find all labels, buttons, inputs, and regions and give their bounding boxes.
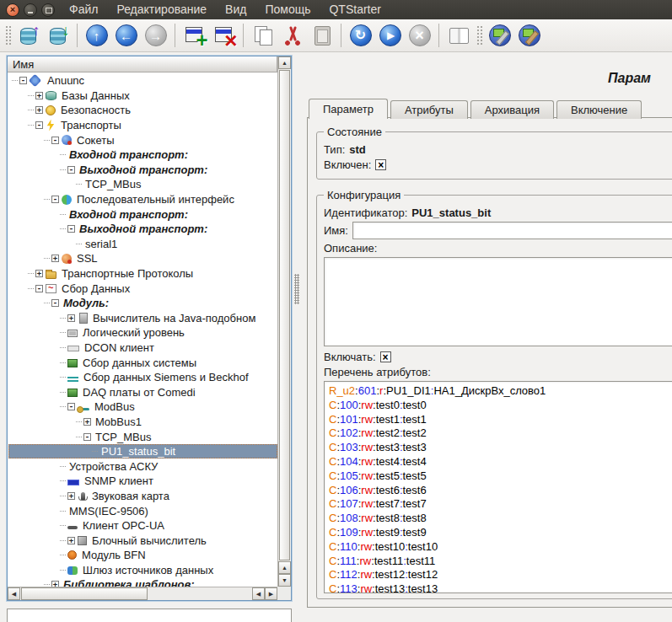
tree-item[interactable]: Входной транспорт: [8, 147, 277, 163]
scroll-right-icon[interactable] [265, 587, 277, 600]
splitter[interactable] [294, 274, 299, 304]
tree-item[interactable]: Сбор данных системы [8, 355, 277, 370]
minimize-button[interactable] [24, 3, 37, 17]
expander-icon[interactable]: + [67, 537, 75, 544]
expander-icon[interactable]: - [19, 77, 27, 84]
cut-button[interactable] [277, 22, 307, 49]
tree-item[interactable]: Устройства АСКУ [8, 458, 277, 474]
expander-icon[interactable]: - [67, 225, 75, 233]
expander-icon[interactable]: + [67, 492, 75, 500]
horizontal-scroll-thumb[interactable] [21, 587, 148, 600]
reload-button[interactable] [346, 22, 375, 49]
tree-item[interactable]: DAQ платы от Comedi [8, 384, 277, 399]
tree-item[interactable]: -Anuunc [8, 73, 277, 88]
tree-item[interactable]: MMS(IEC-9506) [8, 503, 277, 518]
close-button[interactable] [6, 3, 19, 17]
expander-icon[interactable]: - [51, 137, 59, 144]
forward-button[interactable] [141, 22, 170, 49]
scroll-up-icon[interactable] [278, 56, 291, 69]
config-button[interactable] [485, 22, 514, 49]
expander-icon[interactable]: - [67, 403, 75, 410]
tree-item[interactable]: SNMP клиент [8, 474, 277, 489]
scroll-down-icon[interactable] [278, 574, 291, 587]
tree-item[interactable]: serial1 [8, 237, 277, 252]
tree-item[interactable]: +Транспортные Протоколы [8, 266, 277, 282]
menu-item[interactable]: Редактирование [116, 0, 207, 19]
tree-item[interactable]: -ModBus [8, 399, 277, 415]
expander-icon[interactable]: + [35, 270, 43, 277]
tree-item[interactable]: Клиент OPC-UA [8, 518, 277, 534]
tab[interactable]: Архивация [470, 100, 554, 119]
expander-icon[interactable]: - [67, 166, 75, 174]
expander-icon[interactable]: - [51, 196, 59, 203]
tree-item[interactable]: Входной транспорт: [8, 206, 277, 222]
tree-item[interactable]: -Выходной транспорт: [8, 163, 277, 178]
stop-button[interactable] [405, 22, 434, 49]
expander-icon[interactable]: - [35, 121, 43, 129]
tree-item[interactable]: +Вычислитель на Java-подобном [8, 311, 277, 326]
scroll-track[interactable] [148, 587, 252, 600]
enabled-checkbox[interactable]: × [375, 159, 386, 170]
load-button[interactable] [13, 22, 43, 49]
tree-item[interactable]: Шлюз источников данных [8, 563, 277, 578]
tree-item[interactable]: Логический уровень [8, 325, 277, 340]
expander-icon[interactable]: - [51, 299, 59, 307]
expander-icon[interactable]: - [83, 433, 91, 441]
tree-item[interactable]: Сбор данных Siemens и Beckhof [8, 370, 277, 385]
tree-item[interactable]: DCON клиент [8, 340, 277, 356]
delete-item-button[interactable] [209, 22, 239, 49]
tab[interactable]: Параметр [309, 99, 388, 119]
tree-item[interactable]: +Безопасность [8, 103, 277, 118]
attribute-line: C:110:rw:test10:test10 [329, 540, 672, 555]
tree-item[interactable]: +Блочный вычислитель [8, 533, 277, 548]
maximize-button[interactable] [41, 3, 55, 17]
copy-button[interactable] [248, 22, 277, 49]
attribute-list[interactable]: R_u2:601:r:PU1_DI1:HA1_ДискрВх_слово1C:1… [324, 381, 672, 593]
enable-checkbox[interactable]: × [380, 351, 391, 362]
tree-item[interactable]: Модуль BFN [8, 548, 277, 563]
menu-item[interactable]: Вид [225, 0, 246, 19]
tree-horizontal-scrollbar[interactable] [8, 587, 277, 600]
add-item-button[interactable] [180, 22, 209, 49]
tree-item[interactable]: +SSL [8, 251, 277, 266]
scroll-left-icon[interactable] [252, 587, 265, 600]
tree-item[interactable]: TCP_MBus [8, 177, 277, 192]
expander-icon[interactable]: + [83, 418, 91, 426]
tree-item[interactable]: PU1_status_bit [8, 444, 277, 459]
tree-item[interactable]: +Базы Данных [8, 88, 277, 104]
scroll-up-icon[interactable] [278, 561, 291, 574]
tab[interactable]: Атрибуты [390, 100, 468, 119]
tree-item[interactable]: -Транспорты [8, 118, 277, 133]
expander-icon[interactable]: + [35, 106, 43, 114]
tab[interactable]: Включение [556, 100, 642, 119]
menu-item[interactable]: Файл [69, 0, 98, 19]
tree-item[interactable]: -Сокеты [8, 132, 277, 147]
tree-item[interactable]: +MobBus1 [8, 415, 277, 430]
start-button[interactable] [375, 22, 405, 49]
tree-item[interactable]: -Сбор Данных [8, 281, 277, 296]
save-button[interactable] [43, 22, 73, 49]
expander-icon[interactable]: + [51, 255, 59, 262]
config-alt-button[interactable] [514, 22, 544, 49]
up-button[interactable] [82, 22, 111, 49]
tree-item[interactable]: +Звуковая карта [8, 489, 277, 504]
manual-button[interactable] [444, 22, 473, 49]
scroll-left-icon[interactable] [8, 587, 20, 600]
tree-vertical-scrollbar[interactable] [277, 56, 291, 587]
name-input[interactable] [352, 222, 672, 239]
tree-item[interactable]: -TCP_MBus [8, 429, 277, 444]
menu-item[interactable]: Помощь [265, 0, 310, 19]
tree-item[interactable]: -Модуль: [8, 296, 277, 311]
menu-item[interactable]: QTStarter [329, 0, 380, 19]
expander-icon[interactable]: - [35, 285, 43, 292]
expander-icon[interactable]: + [35, 92, 43, 99]
tree-item[interactable]: -Последовательный интерфейс [8, 192, 277, 207]
expander-icon[interactable]: + [67, 314, 75, 322]
description-textarea[interactable] [324, 257, 672, 346]
tree-item[interactable]: +Библиотека шаблонов: [8, 577, 277, 587]
vertical-scroll-thumb[interactable] [279, 70, 290, 560]
back-button[interactable] [111, 22, 141, 49]
tree-item-label: Устройства АСКУ [67, 460, 159, 473]
paste-button[interactable] [307, 22, 336, 49]
tree-item[interactable]: -Выходной транспорт: [8, 222, 277, 237]
